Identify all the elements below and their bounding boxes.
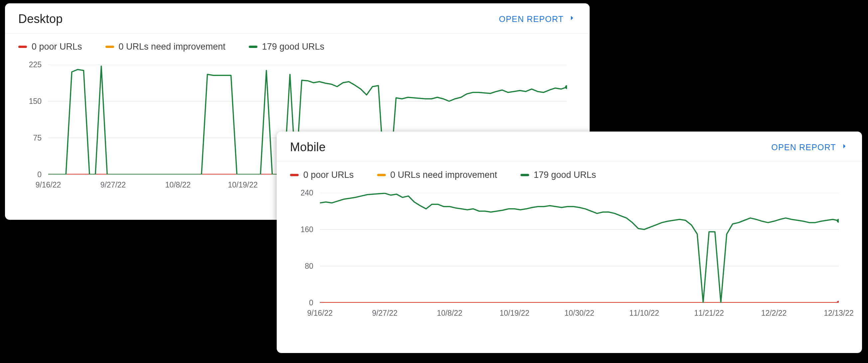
y-tick: 80 <box>305 261 313 271</box>
x-tick: 10/19/22 <box>499 309 529 318</box>
desktop-legend: 0 poor URLs 0 URLs need improvement 179 … <box>5 34 590 55</box>
x-tick: 11/10/22 <box>629 309 659 318</box>
mobile-gridlines <box>320 193 839 303</box>
legend-label-need: 0 URLs need improvement <box>391 170 497 180</box>
legend-label-poor: 0 poor URLs <box>32 41 82 52</box>
legend-item-need: 0 URLs need improvement <box>377 170 497 180</box>
legend-label-good: 179 good URLs <box>262 41 324 52</box>
legend-label-need: 0 URLs need improvement <box>119 41 225 52</box>
legend-swatch-need <box>105 46 114 48</box>
mobile-good-series <box>320 193 839 303</box>
chevron-right-icon <box>840 142 849 152</box>
mobile-card: Mobile OPEN REPORT 0 poor URLs 0 URLs ne… <box>277 132 862 353</box>
y-tick: 225 <box>29 60 41 69</box>
mobile-title: Mobile <box>290 140 326 154</box>
mobile-poor-end-point <box>837 301 839 303</box>
desktop-end-point <box>565 85 567 89</box>
open-report-label: OPEN REPORT <box>771 143 836 152</box>
x-tick: 12/13/22 <box>824 309 854 318</box>
legend-swatch-need <box>377 174 386 176</box>
legend-item-poor: 0 poor URLs <box>18 41 82 52</box>
open-report-label: OPEN REPORT <box>499 14 564 24</box>
open-report-link-mobile[interactable]: OPEN REPORT <box>771 142 849 152</box>
x-tick: 10/8/22 <box>165 180 191 190</box>
legend-swatch-good <box>249 46 257 48</box>
mobile-plot-svg <box>320 193 839 303</box>
legend-item-good: 179 good URLs <box>249 41 324 52</box>
y-tick: 240 <box>301 189 313 197</box>
x-tick: 9/27/22 <box>100 180 126 190</box>
mobile-y-axis: 240 160 80 0 <box>290 193 313 303</box>
x-tick: 10/19/22 <box>228 180 258 190</box>
legend-swatch-poor <box>18 46 27 48</box>
mobile-chart: 240 160 80 0 9/16/22 9/27/22 10/8/22 10/… <box>277 183 862 329</box>
y-tick: 160 <box>301 225 313 234</box>
x-tick: 9/27/22 <box>372 309 398 318</box>
mobile-legend: 0 poor URLs 0 URLs need improvement 179 … <box>277 162 862 183</box>
legend-item-good: 179 good URLs <box>521 170 596 180</box>
y-tick: 150 <box>29 96 41 106</box>
legend-swatch-good <box>521 174 529 176</box>
desktop-title: Desktop <box>18 12 63 26</box>
y-tick: 75 <box>33 133 41 142</box>
desktop-card-header: Desktop OPEN REPORT <box>5 3 590 34</box>
legend-item-poor: 0 poor URLs <box>290 170 354 180</box>
chevron-right-icon <box>568 13 576 24</box>
legend-label-good: 179 good URLs <box>534 170 596 180</box>
mobile-end-point <box>837 219 839 223</box>
legend-item-need: 0 URLs need improvement <box>105 41 225 52</box>
x-tick: 11/21/22 <box>694 309 724 318</box>
x-tick: 12/2/22 <box>761 309 787 318</box>
y-tick: 0 <box>309 298 313 307</box>
open-report-link-desktop[interactable]: OPEN REPORT <box>499 13 576 24</box>
legend-swatch-poor <box>290 174 299 176</box>
y-tick: 0 <box>37 170 41 179</box>
x-tick: 9/16/22 <box>36 180 61 190</box>
x-tick: 10/8/22 <box>437 309 463 318</box>
x-tick: 9/16/22 <box>307 309 333 318</box>
desktop-y-axis: 225 150 75 0 <box>18 65 41 174</box>
x-tick: 10/30/22 <box>564 309 594 318</box>
legend-label-poor: 0 poor URLs <box>303 170 354 180</box>
mobile-card-header: Mobile OPEN REPORT <box>277 132 862 162</box>
